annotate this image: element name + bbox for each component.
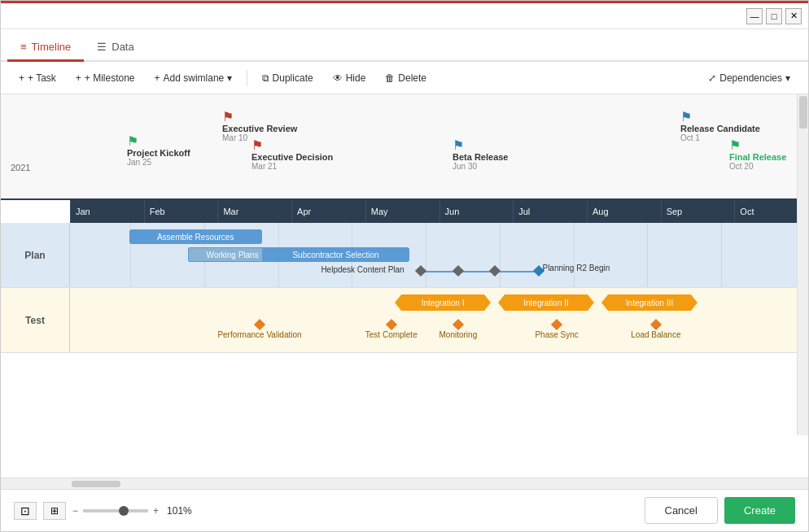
beta-date: Jun 30 bbox=[453, 162, 477, 171]
milestone-test-complete: Test Complete bbox=[365, 321, 418, 339]
delete-button[interactable]: 🗑 Delete bbox=[377, 68, 435, 88]
month-feb: Feb bbox=[144, 200, 218, 223]
rc-flag-icon: ⚑ bbox=[680, 111, 692, 124]
planning-r2-label: Planning R2 Begin bbox=[542, 264, 610, 273]
zoom-slider-container: − + 101% bbox=[72, 505, 192, 517]
exec-decision-title: Executive Decision bbox=[251, 152, 333, 162]
swimlanes-container: Plan As bbox=[1, 223, 808, 353]
zoom-controls: ⊡ ⊞ − + 101% bbox=[14, 502, 192, 520]
footer-actions: Cancel Create bbox=[645, 497, 796, 524]
test-content[interactable]: Integration I Integration II Integration… bbox=[70, 288, 808, 352]
milestone-exec-decision: ⚑ Executive Decision Mar 21 bbox=[251, 139, 333, 171]
milestone-phase-sync: Phase Sync bbox=[535, 321, 578, 339]
kickoff-flag-icon: ⚑ bbox=[127, 135, 138, 148]
data-tab-icon: ☰ bbox=[97, 41, 107, 53]
close-button[interactable]: ✕ bbox=[785, 8, 802, 24]
milestone-final-release: ⚑ Final Release Oct 20 bbox=[729, 139, 786, 171]
milestones-area: 2021 ⚑ Project Kickoff Jan 25 ⚑ Executiv… bbox=[1, 94, 808, 200]
monitoring-diamond bbox=[453, 319, 464, 330]
month-mar: Mar bbox=[217, 200, 291, 223]
test-complete-diamond bbox=[386, 319, 397, 330]
kickoff-title: Project Kickoff bbox=[127, 148, 190, 158]
dep-chevron-icon: ▾ bbox=[785, 72, 790, 84]
zoom-fit-icon[interactable]: ⊡ bbox=[14, 502, 37, 520]
zoom-plus[interactable]: + bbox=[153, 505, 159, 517]
final-date: Oct 20 bbox=[729, 162, 753, 171]
exec-review-date: Mar 10 bbox=[222, 133, 247, 142]
zoom-select-icon[interactable]: ⊞ bbox=[43, 502, 66, 520]
test-complete-label: Test Complete bbox=[365, 330, 418, 339]
task-assemble-resources[interactable]: Assemble Resources bbox=[129, 229, 262, 244]
diamond-d2 bbox=[453, 265, 464, 277]
maximize-button[interactable]: □ bbox=[766, 8, 782, 24]
milestone-beta-release: ⚑ Beta Release Jun 30 bbox=[453, 139, 509, 171]
monitoring-label: Monitoring bbox=[439, 330, 478, 339]
phase-sync-diamond bbox=[551, 319, 562, 330]
milestone-monitoring: Monitoring bbox=[439, 321, 478, 339]
add-task-button[interactable]: + + Task bbox=[11, 68, 64, 88]
rc-title: Release Candidate bbox=[680, 124, 760, 133]
tab-timeline-label: Timeline bbox=[32, 41, 72, 53]
plan-content[interactable]: Assemble Resources Working Plans Subcont… bbox=[70, 223, 808, 287]
milestone-release-candidate: ⚑ Release Candidate Oct 1 bbox=[680, 111, 760, 142]
v-scroll-thumb[interactable] bbox=[799, 96, 807, 129]
integration-1-bar[interactable]: Integration I bbox=[395, 294, 491, 311]
h-scroll-thumb[interactable] bbox=[72, 481, 120, 487]
milestone-perf-validation: Performance Validation bbox=[217, 321, 301, 339]
title-bar: — □ ✕ bbox=[1, 3, 808, 29]
month-may: May bbox=[365, 200, 439, 223]
tab-data-label: Data bbox=[112, 41, 133, 53]
timeline-tab-icon: ≡ bbox=[20, 41, 27, 53]
toolbar: + + Task + + Milestone + Add swimlane ▾ … bbox=[1, 62, 808, 94]
zoom-minus[interactable]: − bbox=[72, 505, 78, 517]
swimlane-test: Test Integration I Integration II bbox=[1, 288, 808, 353]
task-subcontractor[interactable]: Subcontractor Selection bbox=[262, 247, 409, 262]
cancel-button[interactable]: Cancel bbox=[645, 497, 718, 524]
tab-timeline[interactable]: ≡ Timeline bbox=[7, 34, 84, 62]
hide-icon: 👁 bbox=[333, 72, 343, 84]
final-flag-icon: ⚑ bbox=[729, 139, 741, 152]
hide-button[interactable]: 👁 Hide bbox=[325, 68, 374, 88]
timeline-container[interactable]: 2021 ⚑ Project Kickoff Jan 25 ⚑ Executiv… bbox=[1, 94, 808, 477]
rc-date: Oct 1 bbox=[680, 133, 700, 142]
main-window: — □ ✕ ≡ Timeline ☰ Data + + Task + + Mil… bbox=[0, 0, 809, 532]
month-jan: Jan bbox=[70, 200, 144, 223]
duplicate-icon: ⧉ bbox=[262, 72, 269, 84]
toolbar-sep-1 bbox=[247, 70, 247, 86]
add-milestone-button[interactable]: + + Milestone bbox=[68, 68, 143, 88]
month-jun: Jun bbox=[439, 200, 514, 223]
minimize-button[interactable]: — bbox=[746, 8, 763, 24]
duplicate-button[interactable]: ⧉ Duplicate bbox=[254, 68, 321, 88]
kickoff-date: Jan 25 bbox=[127, 158, 151, 167]
task-helpdesk-bar[interactable] bbox=[417, 271, 535, 273]
beta-title: Beta Release bbox=[453, 152, 509, 162]
tab-bar: ≡ Timeline ☰ Data bbox=[1, 29, 808, 62]
zoom-level: 101% bbox=[167, 505, 192, 517]
month-jul: Jul bbox=[513, 200, 587, 223]
dependencies-button[interactable]: ⤢ Dependencies ▾ bbox=[700, 68, 798, 88]
exec-review-title: Executive Review bbox=[222, 124, 297, 133]
perf-label: Performance Validation bbox=[217, 330, 301, 339]
zoom-slider-thumb[interactable] bbox=[119, 506, 129, 516]
footer: ⊡ ⊞ − + 101% Cancel Create bbox=[1, 489, 808, 531]
month-header: Jan Feb Mar Apr May Jun Jul Aug Sep Oct bbox=[70, 200, 808, 223]
integration-3-bar[interactable]: Integration III bbox=[601, 294, 697, 311]
month-aug: Aug bbox=[587, 200, 661, 223]
add-swimlane-button[interactable]: + Add swimlane ▾ bbox=[146, 68, 240, 88]
load-balance-diamond bbox=[650, 319, 662, 330]
horizontal-scrollbar[interactable] bbox=[1, 477, 808, 489]
plan-label: Plan bbox=[1, 223, 70, 287]
tab-data[interactable]: ☰ Data bbox=[84, 34, 146, 62]
create-button[interactable]: Create bbox=[724, 497, 795, 524]
year-label: 2021 bbox=[6, 159, 35, 176]
zoom-slider[interactable] bbox=[83, 509, 148, 512]
main-area: 2021 ⚑ Project Kickoff Jan 25 ⚑ Executiv… bbox=[1, 94, 808, 489]
integration-2-bar[interactable]: Integration II bbox=[498, 294, 594, 311]
task-helpdesk-label: Helpdesk Content Plan bbox=[321, 265, 404, 274]
exec-decision-date: Mar 21 bbox=[251, 162, 277, 171]
load-balance-label: Load Balance bbox=[631, 330, 680, 339]
exec-review-flag-icon: ⚑ bbox=[222, 111, 234, 124]
dependencies-icon: ⤢ bbox=[708, 72, 716, 84]
vertical-scrollbar[interactable] bbox=[797, 94, 808, 435]
swimlane-plan: Plan As bbox=[1, 223, 808, 288]
